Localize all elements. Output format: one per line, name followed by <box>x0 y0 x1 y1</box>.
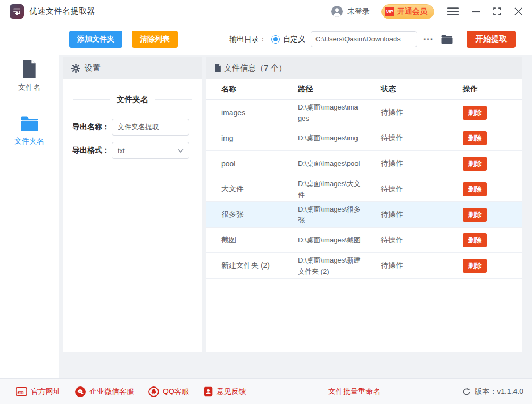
footer-link[interactable]: 意见反馈 <box>204 386 246 397</box>
settings-panel-header: 设置 <box>63 57 202 79</box>
table-row[interactable]: img D:\桌面\images\img 待操作 删除 <box>206 125 522 151</box>
row-status-badge: 待操作 <box>381 184 463 194</box>
row-status-badge: 待操作 <box>381 133 463 143</box>
refresh-icon[interactable] <box>462 388 471 396</box>
row-path: D:\桌面\images\pool <box>298 158 381 169</box>
export-format-label: 导出格式： <box>72 146 112 155</box>
row-path: D:\桌面\images\新建文件夹 (2) <box>298 255 381 277</box>
row-status-badge: 待操作 <box>381 235 463 245</box>
gear-icon <box>71 64 80 73</box>
row-path: D:\桌面\images\images <box>298 102 381 124</box>
clear-list-button[interactable]: 清除列表 <box>132 31 178 48</box>
delete-button[interactable]: 删除 <box>463 208 487 222</box>
table-row[interactable]: pool D:\桌面\images\pool 待操作 删除 <box>206 151 522 176</box>
row-path: D:\桌面\images\截图 <box>298 234 381 246</box>
output-path-input[interactable] <box>311 31 417 47</box>
user-icon[interactable] <box>331 6 343 17</box>
maximize-icon[interactable] <box>493 7 501 15</box>
settings-panel: 设置 文件夹名 导出名称： 导出格式： txt <box>63 57 202 352</box>
open-vip-label: 开通会员 <box>397 7 427 16</box>
settings-header-label: 设置 <box>85 63 101 73</box>
table-row[interactable]: 很多张 D:\桌面\images\很多张 待操作 删除 <box>206 202 522 228</box>
wechat-icon <box>75 386 86 397</box>
footer-link[interactable]: .com 官方网址 <box>16 387 61 397</box>
row-name: 很多张 <box>221 210 298 220</box>
delete-button[interactable]: 删除 <box>463 131 487 145</box>
column-action: 操作 <box>463 85 522 94</box>
login-status-label[interactable]: 未登录 <box>347 7 370 16</box>
minimize-icon[interactable] <box>472 11 480 13</box>
footer-link[interactable]: 企业微信客服 <box>75 386 134 397</box>
toolbar: 添加文件夹 清除列表 输出目录： 自定义 ··· 开始提取 <box>59 23 532 55</box>
row-name: 截图 <box>221 235 298 245</box>
qq-icon <box>148 386 159 397</box>
table-row[interactable]: 大文件 D:\桌面\images\大文件 待操作 删除 <box>206 176 522 202</box>
delete-button[interactable]: 删除 <box>463 182 487 196</box>
folder-icon <box>20 116 39 132</box>
sidebar-item-label: 文件夹名 <box>14 137 44 146</box>
chevron-down-icon <box>178 149 184 153</box>
svg-text:.com: .com <box>18 392 24 394</box>
export-format-select[interactable]: txt <box>112 142 189 159</box>
row-name: pool <box>221 159 298 168</box>
export-name-input[interactable] <box>112 119 189 136</box>
export-format-value: txt <box>118 147 125 155</box>
row-path: D:\桌面\images\很多张 <box>298 204 381 226</box>
file-info-title: 文件信息（7 个） <box>224 63 287 73</box>
start-extract-button[interactable]: 开始提取 <box>467 31 516 48</box>
section-divider: 文件夹名 <box>73 95 192 105</box>
table-body: images D:\桌面\images\images 待操作 删除 img D:… <box>206 100 522 279</box>
footer-link[interactable]: QQ客服 <box>148 386 189 397</box>
add-folder-button[interactable]: 添加文件夹 <box>69 31 122 48</box>
column-status: 状态 <box>381 85 463 94</box>
column-name: 名称 <box>221 85 298 94</box>
version-info: 版本：v1.1.4.0 <box>462 387 523 397</box>
folder-open-icon[interactable] <box>441 35 453 44</box>
app-logo-icon <box>10 4 24 19</box>
row-status-badge: 待操作 <box>381 210 463 220</box>
close-icon[interactable] <box>514 7 522 15</box>
batch-rename-link[interactable]: 文件批量重命名 <box>328 387 380 397</box>
sidebar-item-文件名[interactable]: 文件名 <box>18 60 40 92</box>
main-area: 设置 文件夹名 导出名称： 导出格式： txt <box>59 55 532 378</box>
feedback-icon <box>204 386 213 397</box>
app-title: 优速文件名提取器 <box>29 6 95 16</box>
sidebar-item-文件夹名[interactable]: 文件夹名 <box>14 116 44 146</box>
title-bar: 优速文件名提取器 未登录 VIP 开通会员 <box>0 0 532 23</box>
section-title: 文件夹名 <box>117 95 148 105</box>
file-info-header: 文件信息（7 个） <box>206 57 522 79</box>
row-name: images <box>221 108 298 117</box>
sidebar: 文件名 文件夹名 <box>0 23 59 378</box>
table-row[interactable]: images D:\桌面\images\images 待操作 删除 <box>206 100 522 125</box>
app-window: 优速文件名提取器 未登录 VIP 开通会员 添加文件夹 清除列表 输出目录： 自… <box>0 0 532 404</box>
row-name: img <box>221 134 298 142</box>
custom-radio-label[interactable]: 自定义 <box>283 35 305 44</box>
row-status-badge: 待操作 <box>381 261 463 271</box>
row-path: D:\桌面\images\img <box>298 132 381 144</box>
sidebar-item-label: 文件名 <box>18 83 40 92</box>
export-name-label: 导出名称： <box>72 122 112 132</box>
delete-button[interactable]: 删除 <box>463 233 487 247</box>
browse-more-button[interactable]: ··· <box>423 35 434 44</box>
vip-badge-icon: VIP <box>385 7 394 16</box>
custom-radio[interactable] <box>271 35 280 44</box>
table-row[interactable]: 截图 D:\桌面\images\截图 待操作 删除 <box>206 228 522 253</box>
menu-icon[interactable] <box>447 7 459 15</box>
row-status-badge: 待操作 <box>381 108 463 117</box>
output-dir-label: 输出目录： <box>229 35 267 44</box>
document-icon <box>214 64 221 72</box>
row-path: D:\桌面\images\大文件 <box>298 178 381 200</box>
file-info-panel: 文件信息（7 个） 名称 路径 状态 操作 images D:\桌面\image… <box>206 57 522 352</box>
table-row[interactable]: 新建文件夹 (2) D:\桌面\images\新建文件夹 (2) 待操作 删除 <box>206 253 522 279</box>
row-status-badge: 待操作 <box>381 159 463 169</box>
row-name: 新建文件夹 (2) <box>221 261 298 271</box>
row-name: 大文件 <box>221 184 298 194</box>
footer: .com 官方网址 企业微信客服 QQ客服 意见反馈 文件批量重命名 版本：v1… <box>0 378 532 404</box>
table-column-header: 名称 路径 状态 操作 <box>206 79 522 100</box>
version-label: 版本：v1.1.4.0 <box>475 387 523 397</box>
file-icon <box>21 60 37 78</box>
delete-button[interactable]: 删除 <box>463 157 487 171</box>
delete-button[interactable]: 删除 <box>463 106 487 120</box>
open-vip-button[interactable]: VIP 开通会员 <box>381 4 434 19</box>
delete-button[interactable]: 删除 <box>463 259 487 273</box>
